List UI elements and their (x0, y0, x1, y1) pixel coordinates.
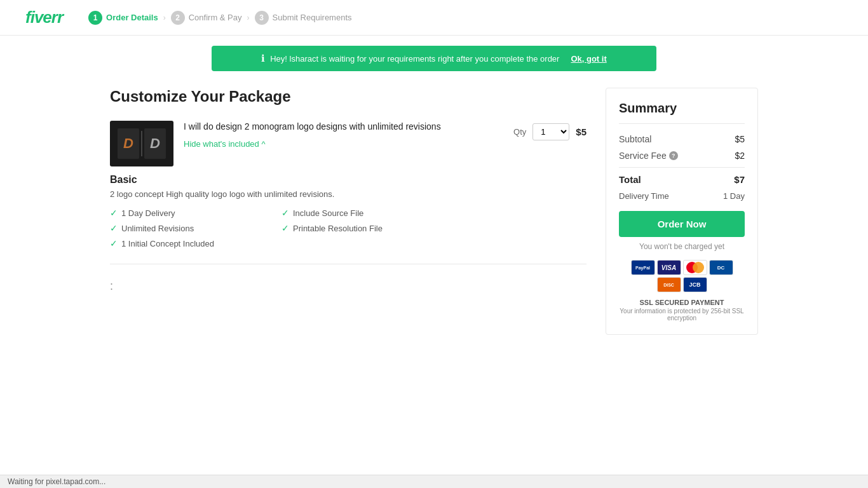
feature-label-3: 1 Initial Concept Included (121, 239, 214, 248)
feature-label-1: 1 Day Delivery (121, 208, 175, 218)
visa-icon: VISA (657, 260, 681, 275)
feature-label-4: Include Source File (293, 208, 363, 218)
check-icon-1: ✓ (110, 208, 118, 218)
subtotal-label: Subtotal (619, 134, 651, 144)
header: fiverr 1 Order Details › 2 Confirm & Pay… (0, 0, 868, 36)
feature-item-1: ✓ 1 Day Delivery (110, 208, 256, 218)
gig-title: I will do design 2 monogram logo designs… (184, 121, 503, 133)
diners-icon: DC (709, 260, 733, 275)
alert-banner: ℹ Hey! lsharact is waiting for your requ… (212, 46, 656, 71)
check-icon-2: ✓ (110, 223, 118, 233)
alert-message: Hey! lsharact is waiting for your requir… (270, 54, 559, 64)
total-label: Total (619, 174, 641, 185)
summary-card: Summary Subtotal $5 Service Fee ? $2 Tot… (606, 88, 758, 335)
discover-icon: DISC (657, 277, 681, 292)
content-left: Customize Your Package D D I will do des… (110, 88, 587, 335)
check-icon-5: ✓ (281, 223, 289, 233)
service-fee-label: Service Fee ? (619, 151, 678, 161)
summary-total-row: Total $7 (619, 174, 745, 185)
qty-select[interactable]: 1 2 3 (532, 123, 569, 140)
package-section: Basic 2 logo concept High quality logo l… (110, 174, 587, 248)
step-2-label: Confirm & Pay (189, 13, 242, 22)
arrow-2: › (247, 13, 250, 22)
ssl-desc: Your information is protected by 256-bit… (619, 308, 745, 322)
feature-label-5: Printable Resolution File (293, 224, 383, 233)
breadcrumb: 1 Order Details › 2 Confirm & Pay › 3 Su… (88, 11, 351, 25)
mastercard-icon (683, 260, 707, 275)
features-grid: ✓ 1 Day Delivery ✓ Include Source File ✓… (110, 208, 428, 248)
jcb-icon: JCB (683, 277, 707, 292)
subtotal-value: $5 (735, 134, 745, 144)
service-fee-value: $2 (735, 151, 745, 161)
arrow-1: › (163, 13, 166, 22)
extra-content: : (110, 280, 587, 293)
logo[interactable]: fiverr (25, 8, 63, 27)
step-2-num: 2 (171, 11, 185, 25)
package-title: Basic (110, 174, 587, 186)
breadcrumb-step-1[interactable]: 1 Order Details (88, 11, 158, 25)
gig-row: D D I will do design 2 monogram logo des… (110, 121, 587, 166)
breadcrumb-step-2[interactable]: 2 Confirm & Pay (171, 11, 242, 25)
gig-qty-price: Qty 1 2 3 $5 (513, 123, 587, 140)
info-icon: ℹ (261, 53, 265, 64)
hide-whats-included-link[interactable]: Hide what's included ^ (184, 139, 266, 149)
breadcrumb-step-3[interactable]: 3 Submit Requirements (255, 11, 352, 25)
delivery-row: Delivery Time 1 Day (619, 191, 745, 201)
step-1-num: 1 (88, 11, 102, 25)
qty-label: Qty (513, 127, 526, 137)
gig-price: $5 (576, 126, 587, 137)
package-description: 2 logo concept High quality logo logo wi… (110, 189, 587, 199)
feature-item-4: ✓ Include Source File (281, 208, 428, 218)
paypal-icon: PayPal (631, 260, 655, 275)
summary-service-fee-row: Service Fee ? $2 (619, 151, 745, 161)
gig-thumbnail: D D (110, 121, 173, 166)
feature-item-2: ✓ Unlimited Revisions (110, 223, 256, 233)
summary-subtotal-row: Subtotal $5 (619, 134, 745, 144)
feature-item-3: ✓ 1 Initial Concept Included (110, 238, 256, 248)
check-icon-4: ✓ (281, 208, 289, 218)
help-icon[interactable]: ? (669, 151, 678, 160)
feature-item-5: ✓ Printable Resolution File (281, 223, 428, 233)
check-icon-3: ✓ (110, 238, 118, 248)
alert-ok-link[interactable]: Ok, got it (571, 54, 606, 64)
summary-divider (619, 167, 745, 168)
payment-icons: PayPal VISA DC DISC JCB (619, 260, 745, 292)
gig-info: I will do design 2 monogram logo designs… (184, 121, 503, 149)
page-title: Customize Your Package (110, 88, 587, 105)
no-charge-text: You won't be charged yet (619, 242, 745, 251)
ssl-secure-text: SSL SECURED PAYMENT (619, 299, 745, 306)
content-right: Summary Subtotal $5 Service Fee ? $2 Tot… (606, 88, 758, 335)
section-divider (110, 264, 587, 264)
total-value: $7 (734, 174, 745, 185)
order-now-button[interactable]: Order Now (619, 211, 745, 237)
delivery-value: 1 Day (723, 191, 745, 201)
step-1-label: Order Details (106, 13, 158, 22)
feature-label-2: Unlimited Revisions (121, 224, 194, 233)
step-3-num: 3 (255, 11, 269, 25)
step-3-label: Submit Requirements (273, 13, 352, 22)
delivery-label: Delivery Time (619, 191, 669, 201)
summary-title: Summary (619, 101, 745, 124)
